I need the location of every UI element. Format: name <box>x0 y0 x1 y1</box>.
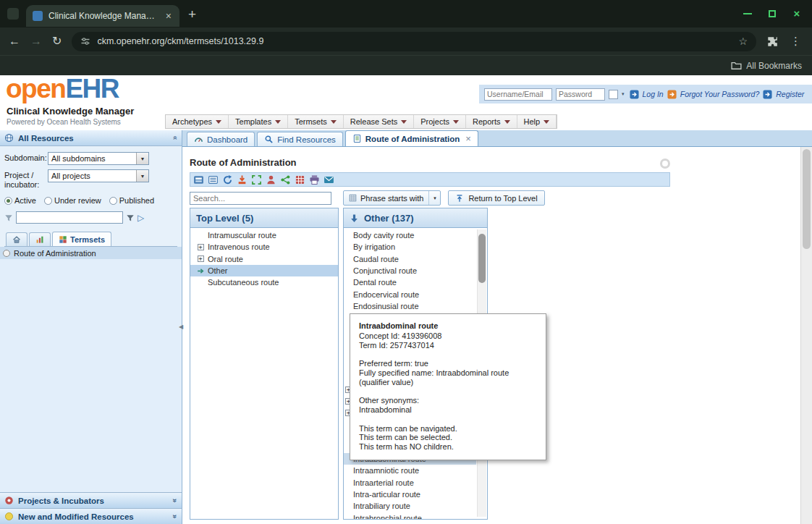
expand-icon[interactable]: + <box>196 244 205 250</box>
card-view-icon[interactable] <box>193 174 204 185</box>
collapse-chevron-icon[interactable]: » <box>172 136 179 140</box>
globe-icon <box>4 133 14 143</box>
run-filter-icon[interactable]: ▷ <box>138 214 144 222</box>
star-icon[interactable]: ☆ <box>738 35 748 47</box>
page-scrollbar[interactable] <box>800 147 812 524</box>
close-icon[interactable]: × <box>792 9 802 19</box>
url-bar[interactable]: ckm.openehr.org/ckm/termsets/1013.29.9 ☆ <box>72 32 756 51</box>
menu-item-templates[interactable]: Templates <box>229 115 288 128</box>
extensions-icon[interactable] <box>766 35 778 47</box>
expand-icon[interactable]: + <box>198 255 204 262</box>
all-resources-header[interactable]: All Resources » <box>0 130 182 146</box>
list-view-icon[interactable] <box>208 174 219 185</box>
print-icon[interactable] <box>309 174 320 185</box>
list-item[interactable]: Endosinusial route <box>344 300 487 312</box>
project-select[interactable]: All projects ▼ <box>48 169 149 182</box>
list-item[interactable]: Intrabiliary route <box>344 500 476 512</box>
list-item[interactable]: Endocervical route <box>344 288 487 300</box>
radio-active[interactable]: Active <box>4 196 36 205</box>
list-item[interactable]: Dental route <box>344 276 487 288</box>
apply-filter-icon[interactable] <box>126 214 135 222</box>
app-subtitle: Powered by Ocean Health Systems <box>7 118 121 126</box>
menu-item-termsets[interactable]: Termsets <box>288 115 344 128</box>
tab-route-of-administration[interactable]: Route of Administration × <box>345 130 478 146</box>
list-item[interactable]: Body cavity route <box>344 229 487 241</box>
tab-close-icon[interactable]: × <box>465 134 471 143</box>
reload-icon[interactable]: ↻ <box>52 35 62 47</box>
maximize-icon[interactable] <box>767 9 777 19</box>
radio-published[interactable]: Published <box>109 196 154 205</box>
expand-icon[interactable]: + <box>198 244 204 250</box>
username-field[interactable] <box>484 88 552 101</box>
sidebar-tab-home[interactable] <box>6 232 28 246</box>
tab-dashboard[interactable]: Dashboard <box>187 132 255 146</box>
browser-tab[interactable]: Clinical Knowledge Manager × <box>26 5 179 27</box>
menu-item-archetypes[interactable]: Archetypes <box>166 115 229 128</box>
remember-me-checkbox[interactable] <box>609 90 618 99</box>
forward-icon[interactable]: → <box>30 35 42 47</box>
menu-kebab-icon[interactable]: ⋮ <box>788 35 803 48</box>
expand-icon[interactable]: + <box>196 255 205 262</box>
scrollbar-thumb[interactable] <box>803 149 811 249</box>
fit-screen-icon[interactable] <box>251 174 262 185</box>
tune-icon[interactable] <box>80 36 90 46</box>
caret-down-icon[interactable]: ▼ <box>428 191 440 205</box>
refresh-icon[interactable] <box>222 174 233 185</box>
dashboard-icon <box>194 135 203 144</box>
scrollbar-thumb[interactable] <box>478 234 486 283</box>
menu-item-reports[interactable]: Reports <box>466 115 517 128</box>
back-icon[interactable]: ← <box>9 35 20 47</box>
tab-close-icon[interactable]: × <box>164 11 173 21</box>
projects-incubators-panel[interactable]: Projects & Incubators » <box>0 492 182 508</box>
list-item[interactable]: Subcutaneous route <box>190 276 338 288</box>
minimize-icon[interactable] <box>743 9 753 19</box>
all-bookmarks-label[interactable]: All Bookmarks <box>746 61 802 71</box>
new-modified-resources-panel[interactable]: New and Modified Resources » <box>0 508 182 524</box>
list-item[interactable]: By irrigation <box>344 241 487 253</box>
new-tab-button[interactable]: + <box>188 7 196 21</box>
subdomain-select[interactable]: All subdomains ▼ <box>48 152 149 165</box>
caret-down-icon[interactable]: ▾ <box>622 91 625 97</box>
forgot-password-link[interactable]: Forgot Your Password? <box>680 90 760 98</box>
table-icon[interactable] <box>295 174 305 185</box>
share-icon[interactable] <box>280 174 291 185</box>
return-to-top-level-button[interactable]: Return to Top Level <box>448 190 544 206</box>
menu-item-projects[interactable]: Projects <box>414 115 466 128</box>
list-item[interactable]: Intrabronchial route <box>344 512 476 519</box>
select-arrow-icon[interactable]: ▼ <box>136 170 148 182</box>
expand-chevron-icon[interactable]: » <box>172 515 179 519</box>
radio-under-review[interactable]: Under review <box>44 196 101 205</box>
tab-find-resources[interactable]: Find Resources <box>257 132 343 146</box>
list-item[interactable]: Caudal route <box>344 253 487 265</box>
phrase-starts-with-button[interactable]: Phrase starts with ▼ <box>343 190 441 206</box>
register-link[interactable]: Register <box>776 90 804 98</box>
list-item[interactable]: Conjunctival route <box>344 265 487 276</box>
list-item[interactable]: +Oral route <box>190 253 338 265</box>
select-arrow-icon[interactable]: ▼ <box>136 153 148 164</box>
user-icon[interactable] <box>266 174 276 185</box>
list-item[interactable]: Intraarterial route <box>344 477 476 489</box>
list-item[interactable]: Intraamniotic route <box>344 465 476 476</box>
list-item[interactable]: Other <box>190 265 338 276</box>
log-in-button[interactable]: Log In <box>643 90 664 98</box>
expand-chevron-icon[interactable]: » <box>172 499 179 503</box>
sidebar-tab-termsets[interactable]: Termsets <box>52 232 111 246</box>
sidebar-tab-charts[interactable] <box>29 232 51 246</box>
mail-icon[interactable] <box>323 174 334 185</box>
download-icon[interactable] <box>237 174 248 185</box>
browser-app-icon[interactable] <box>7 8 19 20</box>
menu-item-help[interactable]: Help <box>517 115 557 128</box>
search-input[interactable] <box>190 192 331 205</box>
filter-input[interactable] <box>16 211 123 224</box>
list-item[interactable]: Intramuscular route <box>190 229 338 241</box>
menu-item-release-sets[interactable]: Release Sets <box>344 115 414 128</box>
menu-item-label: Release Sets <box>350 117 397 126</box>
password-field[interactable] <box>556 88 605 101</box>
menu-item-label: Archetypes <box>172 117 212 126</box>
list-item[interactable]: Intra-articular route <box>344 489 476 500</box>
list-item[interactable]: +Intravenous route <box>190 241 338 253</box>
tree-item-route-of-administration[interactable]: Route of Administration <box>0 247 182 259</box>
list-item-label: Intramuscular route <box>208 231 276 240</box>
sidebar-collapse-icon[interactable]: ◀ <box>179 324 183 330</box>
url-text[interactable]: ckm.openehr.org/ckm/termsets/1013.29.9 <box>97 36 732 46</box>
